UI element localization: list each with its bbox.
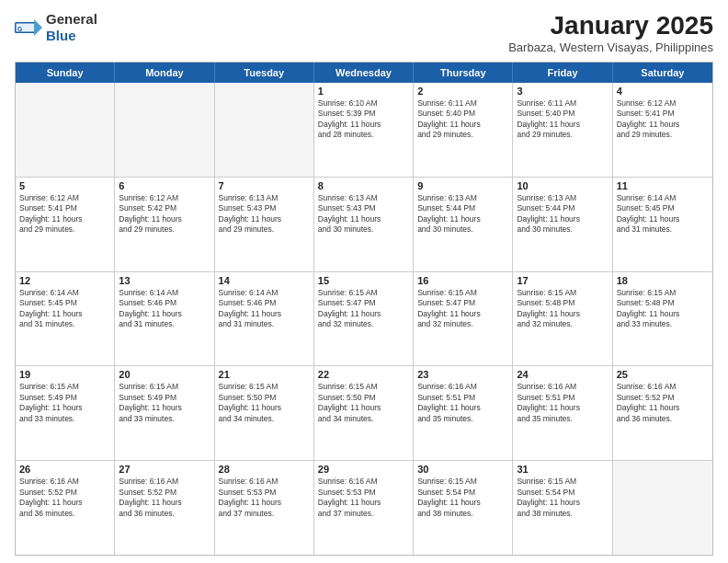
calendar-day-21: 21Sunrise: 6:15 AMSunset: 5:50 PMDayligh…	[215, 366, 314, 460]
logo-icon: G	[15, 17, 42, 39]
header-day-monday: Monday	[115, 63, 214, 83]
day-number: 16	[417, 275, 508, 286]
cell-line: and 32 minutes.	[318, 319, 409, 329]
cell-line: and 34 minutes.	[318, 414, 409, 424]
day-number: 18	[617, 275, 709, 286]
calendar-day-9: 9Sunrise: 6:13 AMSunset: 5:44 PMDaylight…	[414, 178, 513, 271]
header-day-saturday: Saturday	[613, 63, 712, 83]
cell-line: Sunset: 5:43 PM	[318, 203, 409, 213]
cell-line: Daylight: 11 hours	[617, 403, 709, 413]
cell-line: and 29 minutes.	[119, 224, 210, 235]
cell-line: and 29 minutes.	[517, 130, 608, 140]
cell-line: and 37 minutes.	[318, 509, 409, 519]
calendar-day-1: 1Sunrise: 6:10 AMSunset: 5:39 PMDaylight…	[314, 83, 414, 177]
cell-line: Sunrise: 6:14 AM	[19, 288, 110, 298]
calendar-day-17: 17Sunrise: 6:15 AMSunset: 5:48 PMDayligh…	[513, 272, 612, 366]
calendar-day-7: 7Sunrise: 6:13 AMSunset: 5:43 PMDaylight…	[215, 178, 314, 271]
cell-line: Daylight: 11 hours	[517, 498, 608, 508]
cell-line: Daylight: 11 hours	[318, 309, 409, 319]
calendar-day-16: 16Sunrise: 6:15 AMSunset: 5:47 PMDayligh…	[414, 272, 513, 366]
cell-line: Sunrise: 6:13 AM	[219, 193, 310, 203]
cell-line: and 30 minutes.	[517, 224, 608, 235]
calendar-day-3: 3Sunrise: 6:11 AMSunset: 5:40 PMDaylight…	[513, 83, 612, 177]
cell-line: Daylight: 11 hours	[517, 214, 608, 224]
calendar-day-6: 6Sunrise: 6:12 AMSunset: 5:42 PMDaylight…	[115, 178, 214, 271]
cell-line: Sunrise: 6:16 AM	[417, 382, 508, 392]
cell-line: and 30 minutes.	[318, 224, 409, 235]
cell-line: Sunrise: 6:15 AM	[517, 288, 608, 298]
cell-line: and 30 minutes.	[417, 224, 508, 235]
cell-line: Daylight: 11 hours	[417, 214, 508, 224]
cell-line: Daylight: 11 hours	[517, 120, 608, 130]
cell-line: Daylight: 11 hours	[119, 309, 210, 319]
cell-line: Daylight: 11 hours	[119, 498, 210, 508]
cell-line: Sunrise: 6:12 AM	[119, 193, 210, 203]
cell-line: and 38 minutes.	[517, 509, 608, 519]
calendar-day-12: 12Sunrise: 6:14 AMSunset: 5:45 PMDayligh…	[16, 272, 115, 366]
calendar-week-2: 5Sunrise: 6:12 AMSunset: 5:41 PMDaylight…	[16, 178, 712, 272]
cell-line: Daylight: 11 hours	[219, 309, 310, 319]
calendar-day-13: 13Sunrise: 6:14 AMSunset: 5:46 PMDayligh…	[115, 272, 214, 366]
calendar-subtitle: Barbaza, Western Visayas, Philippines	[508, 40, 713, 54]
cell-line: and 29 minutes.	[617, 130, 709, 140]
title-area: January 2025 Barbaza, Western Visayas, P…	[508, 11, 713, 54]
cell-line: and 31 minutes.	[219, 319, 310, 329]
day-number: 9	[417, 180, 508, 191]
calendar: SundayMondayTuesdayWednesdayThursdayFrid…	[15, 62, 713, 556]
calendar-day-4: 4Sunrise: 6:12 AMSunset: 5:41 PMDaylight…	[613, 83, 712, 177]
cell-line: Sunset: 5:47 PM	[318, 298, 409, 308]
cell-line: and 31 minutes.	[19, 319, 110, 329]
cell-line: Sunrise: 6:16 AM	[219, 477, 310, 487]
svg-marker-1	[34, 19, 42, 36]
cell-line: Sunrise: 6:16 AM	[119, 477, 210, 487]
cell-line: Sunrise: 6:10 AM	[318, 98, 409, 109]
cell-line: Sunrise: 6:13 AM	[318, 193, 409, 203]
cell-line: Sunrise: 6:15 AM	[19, 382, 110, 392]
cell-line: Sunrise: 6:15 AM	[617, 288, 709, 298]
day-number: 13	[119, 275, 210, 286]
header-day-friday: Friday	[513, 63, 612, 83]
cell-line: Sunrise: 6:16 AM	[318, 477, 409, 487]
cell-line: Sunrise: 6:13 AM	[517, 193, 608, 203]
cell-line: Daylight: 11 hours	[617, 309, 709, 319]
top-area: G General Blue January 2025 Barbaza, Wes…	[15, 11, 713, 54]
calendar-day-25: 25Sunrise: 6:16 AMSunset: 5:52 PMDayligh…	[613, 366, 712, 460]
cell-line: Sunset: 5:47 PM	[417, 298, 508, 308]
cell-line: Sunset: 5:49 PM	[19, 393, 110, 403]
day-number: 22	[318, 369, 409, 380]
cell-line: Daylight: 11 hours	[417, 120, 508, 130]
cell-line: Daylight: 11 hours	[318, 498, 409, 508]
logo-text: General Blue	[46, 11, 97, 44]
cell-line: and 36 minutes.	[19, 509, 110, 519]
logo: G General Blue	[15, 11, 97, 44]
day-number: 30	[417, 464, 508, 475]
day-number: 17	[517, 275, 608, 286]
cell-line: Daylight: 11 hours	[219, 403, 310, 413]
cell-line: Daylight: 11 hours	[517, 403, 608, 413]
cell-line: Sunset: 5:48 PM	[617, 298, 709, 308]
cell-line: Sunset: 5:41 PM	[617, 109, 709, 119]
calendar-empty-cell	[16, 83, 115, 177]
calendar-day-19: 19Sunrise: 6:15 AMSunset: 5:49 PMDayligh…	[16, 366, 115, 460]
cell-line: and 35 minutes.	[417, 414, 508, 424]
day-number: 6	[119, 180, 210, 191]
cell-line: Sunrise: 6:15 AM	[417, 477, 508, 487]
day-number: 24	[517, 369, 608, 380]
cell-line: Sunrise: 6:12 AM	[19, 193, 110, 203]
cell-line: Sunset: 5:44 PM	[517, 203, 608, 213]
cell-line: Sunset: 5:46 PM	[219, 298, 310, 308]
cell-line: Daylight: 11 hours	[19, 309, 110, 319]
day-number: 25	[617, 369, 709, 380]
calendar-day-18: 18Sunrise: 6:15 AMSunset: 5:48 PMDayligh…	[613, 272, 712, 366]
cell-line: Daylight: 11 hours	[19, 214, 110, 224]
cell-line: Daylight: 11 hours	[19, 498, 110, 508]
cell-line: and 29 minutes.	[417, 130, 508, 140]
cell-line: Sunset: 5:48 PM	[517, 298, 608, 308]
header-day-tuesday: Tuesday	[215, 63, 314, 83]
cell-line: Sunset: 5:51 PM	[517, 393, 608, 403]
cell-line: Sunrise: 6:14 AM	[219, 288, 310, 298]
day-number: 2	[417, 86, 508, 97]
calendar-header: SundayMondayTuesdayWednesdayThursdayFrid…	[16, 63, 712, 83]
cell-line: Sunset: 5:49 PM	[119, 393, 210, 403]
cell-line: and 32 minutes.	[417, 319, 508, 329]
